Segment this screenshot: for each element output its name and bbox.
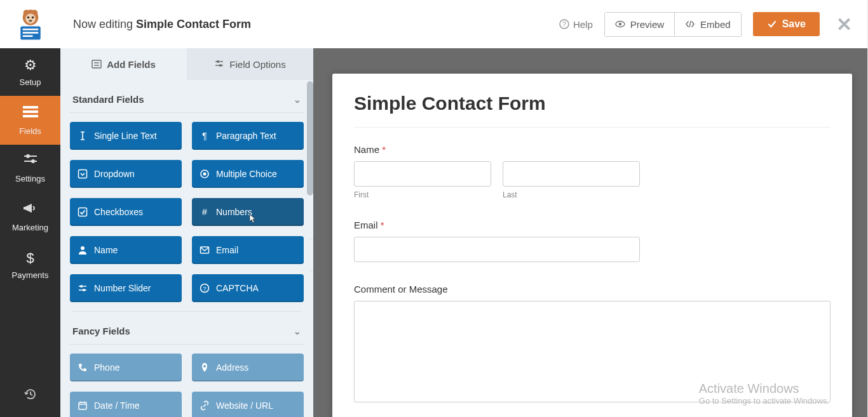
group-standard-label: Standard Fields bbox=[72, 94, 144, 105]
code-icon bbox=[685, 19, 695, 29]
text-cursor-icon bbox=[78, 131, 88, 141]
pilcrow-icon: ¶ bbox=[200, 131, 210, 141]
save-button[interactable]: Save bbox=[753, 12, 820, 36]
embed-button[interactable]: Embed bbox=[674, 13, 741, 36]
tab-add-fields[interactable]: Add Fields bbox=[60, 48, 187, 80]
field-dropdown[interactable]: Dropdown bbox=[70, 160, 182, 188]
nav-payments[interactable]: $ Payments bbox=[0, 241, 60, 289]
field-name[interactable]: Name bbox=[70, 236, 182, 264]
field-label: Numbers bbox=[216, 207, 252, 217]
required-asterisk: * bbox=[381, 220, 384, 230]
svg-rect-16 bbox=[23, 106, 38, 109]
link-icon bbox=[200, 400, 210, 411]
field-date-time[interactable]: Date / Time bbox=[70, 392, 182, 417]
field-website-url[interactable]: Website / URL bbox=[192, 392, 304, 417]
tab-add-label: Add Fields bbox=[107, 59, 156, 70]
field-paragraph-text[interactable]: ¶ Paragraph Text bbox=[192, 122, 304, 150]
svg-point-38 bbox=[80, 285, 83, 288]
fancy-fields-grid: Phone Address Date / Time bbox=[70, 354, 304, 417]
form-preview-card: Simple Contact Form Name * First Last Em… bbox=[332, 74, 852, 417]
svg-point-4 bbox=[27, 17, 29, 19]
question-circle-icon: ? bbox=[200, 283, 210, 293]
comment-textarea[interactable] bbox=[354, 301, 831, 402]
field-email[interactable]: Email bbox=[192, 236, 304, 264]
field-label: Website / URL bbox=[216, 400, 273, 411]
group-standard-header[interactable]: Standard Fields ⌄ bbox=[70, 80, 304, 113]
field-number-slider[interactable]: Number Slider bbox=[70, 274, 182, 302]
panel-body: Standard Fields ⌄ Single Line Text ¶ Par… bbox=[60, 80, 313, 417]
top-actions: ? Help Preview Embed Save ✕ bbox=[559, 12, 867, 37]
canvas-area: Simple Contact Form Name * First Last Em… bbox=[313, 48, 868, 417]
first-name-input[interactable] bbox=[354, 161, 491, 187]
field-label: Number Slider bbox=[94, 283, 151, 293]
tab-options-label: Field Options bbox=[229, 59, 285, 70]
field-label: Paragraph Text bbox=[216, 131, 276, 141]
email-block: Email * bbox=[354, 220, 831, 262]
tab-field-options[interactable]: Field Options bbox=[187, 48, 313, 80]
field-phone[interactable]: Phone bbox=[70, 354, 182, 381]
caret-square-icon bbox=[78, 169, 88, 179]
field-label: Address bbox=[216, 362, 248, 373]
svg-text:?: ? bbox=[562, 21, 566, 28]
svg-rect-23 bbox=[24, 207, 25, 209]
field-captcha[interactable]: ? CAPTCHA bbox=[192, 274, 304, 302]
standard-fields-grid: Single Line Text ¶ Paragraph Text Dropdo… bbox=[70, 122, 304, 302]
nav-fields[interactable]: Fields bbox=[0, 96, 60, 145]
first-name-col: First bbox=[354, 161, 491, 199]
nav-revisions[interactable] bbox=[0, 377, 60, 417]
close-button[interactable]: ✕ bbox=[836, 13, 852, 36]
required-asterisk: * bbox=[382, 144, 386, 155]
field-single-line-text[interactable]: Single Line Text bbox=[70, 122, 182, 150]
svg-rect-34 bbox=[79, 208, 87, 216]
envelope-icon bbox=[200, 245, 210, 255]
svg-point-22 bbox=[31, 159, 35, 163]
svg-text:?: ? bbox=[203, 286, 206, 292]
group-fancy-header[interactable]: Fancy Fields ⌄ bbox=[70, 312, 304, 345]
field-checkboxes[interactable]: Checkboxes bbox=[70, 198, 182, 226]
field-label: Dropdown bbox=[94, 169, 135, 179]
svg-point-28 bbox=[217, 60, 219, 63]
preview-button[interactable]: Preview bbox=[605, 13, 674, 36]
help-link[interactable]: ? Help bbox=[559, 19, 593, 30]
field-label: Phone bbox=[94, 362, 119, 373]
sliders-h-icon bbox=[78, 283, 88, 293]
help-label: Help bbox=[573, 19, 593, 30]
svg-point-3 bbox=[25, 13, 36, 23]
svg-rect-10 bbox=[22, 36, 32, 37]
sliders-icon bbox=[3, 154, 58, 170]
last-name-input[interactable] bbox=[503, 161, 640, 187]
field-label: Name bbox=[94, 245, 118, 255]
side-nav: ⚙ Setup Fields Settings Marketing $ Paym… bbox=[0, 48, 60, 417]
nav-settings[interactable]: Settings bbox=[0, 145, 60, 192]
email-input[interactable] bbox=[354, 237, 640, 262]
svg-rect-8 bbox=[22, 29, 38, 30]
svg-point-14 bbox=[619, 23, 621, 25]
last-name-col: Last bbox=[503, 161, 640, 199]
gear-icon: ⚙ bbox=[3, 57, 58, 74]
label-email-text: Email bbox=[354, 220, 378, 230]
svg-rect-24 bbox=[92, 60, 101, 68]
svg-point-30 bbox=[219, 64, 222, 67]
form-title: Simple Contact Form bbox=[354, 93, 831, 128]
svg-point-43 bbox=[203, 365, 206, 367]
field-label: Single Line Text bbox=[94, 131, 157, 141]
check-square-icon bbox=[78, 207, 88, 217]
dollar-icon: $ bbox=[3, 250, 58, 267]
map-marker-icon bbox=[200, 362, 210, 373]
nav-setup[interactable]: ⚙ Setup bbox=[0, 48, 60, 96]
phone-icon bbox=[78, 362, 88, 373]
form-icon bbox=[92, 59, 102, 69]
name-row: First Last bbox=[354, 161, 831, 199]
field-multiple-choice[interactable]: Multiple Choice bbox=[192, 160, 304, 188]
eye-icon bbox=[615, 19, 625, 29]
history-icon bbox=[24, 390, 37, 404]
nav-marketing[interactable]: Marketing bbox=[0, 192, 60, 241]
help-icon: ? bbox=[559, 19, 569, 29]
field-address[interactable]: Address bbox=[192, 354, 304, 381]
panel-scrollbar[interactable] bbox=[307, 81, 313, 195]
label-name-text: Name bbox=[354, 144, 379, 155]
radio-icon bbox=[200, 169, 210, 179]
field-numbers[interactable]: # Numbers bbox=[192, 198, 304, 226]
label-name: Name * bbox=[354, 144, 831, 155]
svg-rect-17 bbox=[23, 110, 38, 113]
